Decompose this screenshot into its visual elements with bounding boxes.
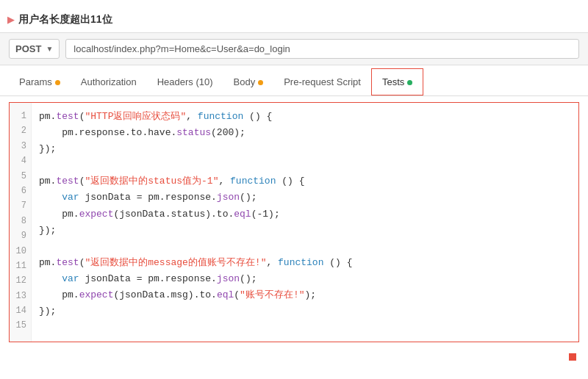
line-num-9: 9 xyxy=(15,228,26,243)
line-num-14: 14 xyxy=(15,303,26,318)
tab-headers[interactable]: Headers (10) xyxy=(147,69,223,95)
tab-prerequest[interactable]: Pre-request Script xyxy=(273,69,371,95)
tab-tests-label: Tests xyxy=(382,76,404,87)
chevron-down-icon: ▼ xyxy=(46,45,53,53)
error-indicator xyxy=(569,353,576,361)
line-num-5: 5 xyxy=(15,169,26,184)
tab-body-label: Body xyxy=(234,76,256,87)
tab-authorization-label: Authorization xyxy=(81,76,137,87)
line-num-6: 6 xyxy=(15,184,26,198)
line-num-2: 2 xyxy=(15,123,26,138)
breadcrumb-bar: ▶ 用户名长度超出11位 xyxy=(0,7,588,32)
tab-prerequest-label: Pre-request Script xyxy=(284,76,361,87)
page-container: ▶ 用户名长度超出11位 POST ▼ Params Authorization… xyxy=(0,0,588,379)
line-num-13: 13 xyxy=(15,289,26,303)
line-num-15: 15 xyxy=(15,318,26,333)
url-input[interactable] xyxy=(65,39,579,59)
bottom-bar xyxy=(0,348,588,366)
tab-params-label: Params xyxy=(19,76,52,87)
code-content[interactable]: pm.test("HTTP返回响应状态码", function () { pm.… xyxy=(32,103,578,342)
tab-authorization[interactable]: Authorization xyxy=(71,69,147,95)
tab-tests[interactable]: Tests xyxy=(371,68,423,95)
tab-params[interactable]: Params xyxy=(9,69,71,95)
line-num-4: 4 xyxy=(15,154,26,168)
params-dot xyxy=(55,80,60,85)
line-num-3: 3 xyxy=(15,139,26,154)
page-title: 用户名长度超出11位 xyxy=(18,13,112,26)
tabs-bar: Params Authorization Headers (10) Body P… xyxy=(0,68,588,96)
body-dot xyxy=(258,80,263,85)
line-num-11: 11 xyxy=(15,259,26,273)
breadcrumb-arrow: ▶ xyxy=(7,15,14,25)
line-num-1: 1 xyxy=(15,109,26,123)
line-num-10: 10 xyxy=(15,244,26,259)
tests-dot xyxy=(407,80,412,85)
line-num-8: 8 xyxy=(15,214,26,228)
line-num-12: 12 xyxy=(15,273,26,288)
tab-body[interactable]: Body xyxy=(223,69,274,95)
url-bar: POST ▼ xyxy=(0,32,588,65)
method-label: POST xyxy=(15,43,41,54)
code-editor[interactable]: 1 2 3 4 5 6 7 8 9 10 11 12 13 14 15 pm.t… xyxy=(9,102,579,342)
line-num-7: 7 xyxy=(15,198,26,213)
tab-headers-label: Headers (10) xyxy=(157,76,213,87)
line-numbers: 1 2 3 4 5 6 7 8 9 10 11 12 13 14 15 xyxy=(10,103,32,342)
method-select[interactable]: POST ▼ xyxy=(9,39,60,59)
